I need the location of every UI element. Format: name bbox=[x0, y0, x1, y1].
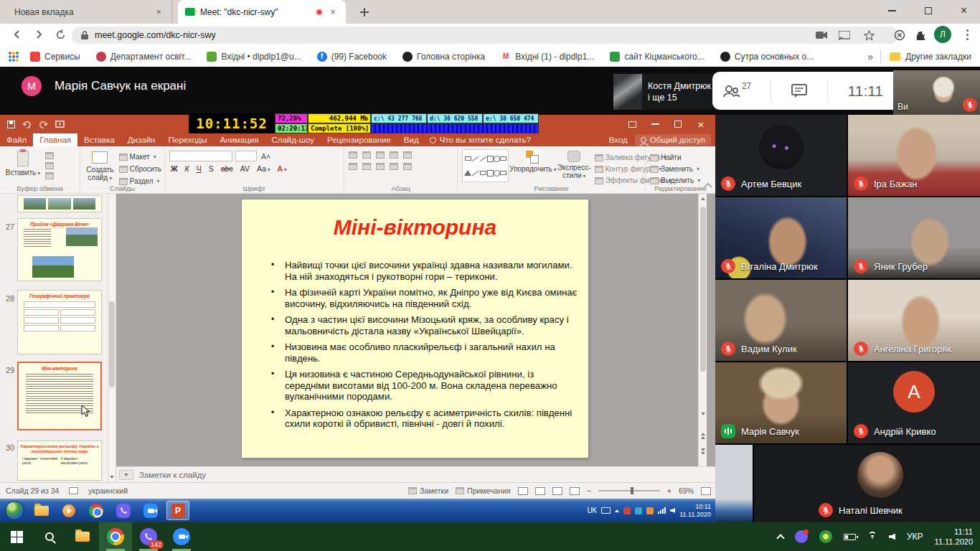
current-slide[interactable]: Міні-вікторина Найвищі точки цієї височи… bbox=[242, 199, 588, 458]
menu-view[interactable]: Вид bbox=[397, 134, 425, 146]
participant-tile[interactable]: Вадим Кулик bbox=[715, 280, 847, 361]
share-button[interactable]: Общий доступ bbox=[635, 134, 711, 146]
zoom-in-button[interactable]: + bbox=[667, 486, 672, 495]
normal-view-button[interactable] bbox=[518, 487, 528, 495]
win7-zoom-button[interactable] bbox=[139, 501, 162, 520]
zoom-slider[interactable] bbox=[598, 490, 660, 491]
apps-grid-icon[interactable] bbox=[9, 52, 19, 62]
volume-icon[interactable] bbox=[670, 508, 675, 513]
other-bookmarks-button[interactable]: Другие закладки bbox=[890, 52, 971, 62]
bookmark-item[interactable]: сайт Кіцманського... bbox=[610, 52, 704, 62]
win7-clock[interactable]: 10:1111.11.2020 bbox=[679, 503, 713, 519]
reset-button[interactable]: Сбросить bbox=[119, 164, 161, 174]
tab-new-tab[interactable]: Новая вкладка × bbox=[7, 0, 172, 24]
ribbon-display-options-button[interactable] bbox=[621, 115, 644, 133]
win7-viber-button[interactable] bbox=[112, 501, 135, 520]
columns-icon[interactable] bbox=[403, 163, 412, 170]
underline-button[interactable]: Ч bbox=[195, 164, 203, 173]
win10-explorer-button[interactable] bbox=[66, 522, 99, 551]
layout-button[interactable]: Макет bbox=[119, 152, 161, 161]
participant-tile[interactable]: Артем Бевцик bbox=[715, 115, 847, 196]
reading-view-button[interactable] bbox=[552, 487, 562, 495]
menu-insert[interactable]: Вставка bbox=[77, 134, 121, 146]
win10-chrome-button[interactable] bbox=[99, 522, 132, 551]
menu-animations[interactable]: Анимация bbox=[213, 134, 265, 146]
cast-icon[interactable] bbox=[837, 27, 852, 43]
italic-button[interactable]: К bbox=[184, 164, 191, 173]
win7-language-indicator[interactable]: UK bbox=[587, 507, 597, 514]
bold-button[interactable]: Ж bbox=[169, 164, 179, 173]
tray-icon-red[interactable] bbox=[623, 507, 631, 514]
next-slide-button[interactable] bbox=[699, 446, 707, 456]
bookmark-item[interactable]: Сервисы bbox=[30, 52, 80, 62]
viber-tray-icon[interactable] bbox=[795, 530, 808, 543]
new-tab-button[interactable] bbox=[355, 5, 374, 19]
slide-sorter-view-button[interactable] bbox=[535, 487, 545, 495]
profile-avatar[interactable]: Л bbox=[934, 26, 951, 43]
window-minimize-button[interactable] bbox=[876, 0, 908, 22]
participant-tile[interactable]: Ангеліна Григоряк bbox=[848, 280, 980, 361]
tray-icon-orange[interactable] bbox=[646, 507, 654, 514]
comments-toggle[interactable]: Примечания bbox=[456, 486, 511, 495]
character-spacing-button[interactable]: AV bbox=[239, 164, 251, 173]
volume-icon[interactable] bbox=[889, 534, 895, 540]
quick-styles-button[interactable]: Экспресс-стили bbox=[557, 149, 591, 185]
tab-close-icon[interactable]: × bbox=[327, 6, 339, 18]
justify-icon[interactable] bbox=[390, 163, 398, 170]
scroll-up-arrow[interactable] bbox=[699, 194, 707, 204]
participant-tile[interactable]: Іра Бажан bbox=[848, 115, 980, 196]
thumbnail-slide-26[interactable] bbox=[17, 195, 102, 212]
font-name-combobox[interactable] bbox=[169, 151, 232, 161]
wifi-icon[interactable] bbox=[867, 533, 877, 540]
scrollbar-thumb[interactable] bbox=[700, 207, 706, 372]
find-button[interactable]: Найти bbox=[650, 153, 700, 162]
bookmark-item[interactable]: Сутра основных о... bbox=[720, 52, 814, 62]
menu-slideshow[interactable]: Слайд-шоу bbox=[265, 134, 321, 146]
fit-to-window-button[interactable] bbox=[701, 487, 711, 495]
shadow-button[interactable]: S bbox=[207, 164, 215, 173]
keyboard-icon[interactable] bbox=[601, 507, 611, 514]
scroll-down-arrow[interactable] bbox=[108, 472, 116, 482]
zoom-slider-thumb[interactable] bbox=[631, 487, 633, 494]
start-slideshow-icon[interactable] bbox=[55, 120, 65, 129]
win10-start-button[interactable] bbox=[0, 522, 33, 551]
bookmark-item[interactable]: Департамент освіт... bbox=[96, 52, 192, 62]
tray-icon-blue[interactable] bbox=[635, 507, 642, 514]
replace-button[interactable]: Заменить bbox=[650, 164, 700, 174]
tab-close-icon[interactable]: × bbox=[153, 6, 164, 18]
menu-file[interactable]: Файл bbox=[0, 134, 33, 146]
win10-viber-button[interactable]: 142 bbox=[132, 522, 165, 551]
menu-design[interactable]: Дизайн bbox=[121, 134, 162, 146]
save-icon[interactable] bbox=[7, 121, 15, 128]
camera-permission-icon[interactable] bbox=[814, 27, 829, 43]
indent-increase-icon[interactable] bbox=[390, 151, 398, 159]
forward-button[interactable] bbox=[30, 26, 47, 43]
win7-explorer-button[interactable] bbox=[30, 501, 53, 520]
menu-transitions[interactable]: Переходы bbox=[161, 134, 213, 146]
self-view-tile[interactable]: Ви bbox=[893, 70, 980, 115]
editor-scrollbar[interactable] bbox=[698, 194, 707, 466]
network-icon[interactable] bbox=[658, 507, 666, 514]
battery-icon[interactable] bbox=[844, 534, 856, 540]
antivirus-tray-icon[interactable] bbox=[819, 530, 832, 543]
grow-font-button[interactable]: A˄ bbox=[260, 152, 272, 161]
win10-clock[interactable]: 11:1111.11.2020 bbox=[935, 527, 973, 547]
zoom-level[interactable]: 69% bbox=[679, 486, 694, 495]
language-indicator[interactable]: украинский bbox=[88, 486, 128, 495]
win7-start-button[interactable] bbox=[5, 501, 24, 520]
tell-me-box[interactable]: Что вы хотите сделать? bbox=[430, 136, 531, 144]
bookmark-item[interactable]: Головна сторінка bbox=[402, 52, 485, 62]
previous-slide-button[interactable] bbox=[699, 430, 707, 441]
menu-home[interactable]: Главная bbox=[33, 133, 77, 146]
copy-icon[interactable] bbox=[45, 162, 54, 169]
bookmark-item[interactable]: f(99) Facebook bbox=[317, 52, 387, 62]
win10-search-button[interactable] bbox=[33, 522, 66, 551]
font-size-combobox[interactable] bbox=[235, 151, 257, 161]
line-spacing-icon[interactable] bbox=[403, 151, 412, 159]
font-color-button[interactable]: А bbox=[276, 164, 288, 173]
cut-icon[interactable] bbox=[45, 152, 54, 159]
participant-tile[interactable]: Віталіна Дмитрюк bbox=[715, 197, 847, 278]
reload-button[interactable] bbox=[52, 26, 69, 43]
bookmark-star-icon[interactable] bbox=[861, 27, 877, 43]
ppt-close-button[interactable]: × bbox=[689, 115, 712, 133]
